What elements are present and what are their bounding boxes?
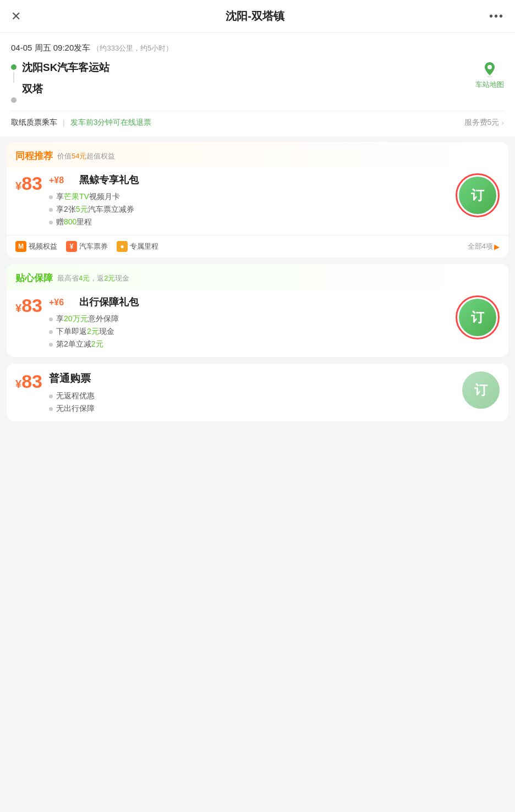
card3-body: ¥83 普通购票 无返程优惠 无出行保障 订 bbox=[7, 364, 508, 421]
card1-tag-ticket: ¥ 汽车票券 bbox=[66, 241, 108, 252]
card2-benefit-3: 第2单立减2元 bbox=[49, 339, 449, 349]
dest-dot bbox=[11, 97, 17, 103]
card3-middle: 普通购票 无返程优惠 无出行保障 bbox=[49, 371, 456, 414]
mango-icon: M bbox=[15, 241, 26, 252]
dest-station: 双塔 bbox=[22, 83, 109, 96]
card1-benefit-3: 赠800里程 bbox=[49, 217, 449, 227]
card1-sub: 价值54元超值权益 bbox=[57, 151, 115, 161]
ticket-icon: ¥ bbox=[66, 241, 77, 252]
card1-price: ¥83 bbox=[15, 173, 42, 194]
card2-middle: +¥6 出行保障礼包 享20万元意外保障 下单即返2元现金 第2单立减2元 bbox=[49, 295, 449, 349]
more-icon[interactable]: ••• bbox=[489, 10, 504, 23]
card1-order-button[interactable]: 订 bbox=[459, 177, 496, 214]
card1-middle: +¥8 黑鲸专享礼包 享芒果TV视频月卡 享2张5元汽车票立减券 赠800里程 bbox=[49, 173, 449, 227]
cards-area: 同程推荐 价值54元超值权益 ¥83 +¥8 黑鲸专享礼包 享芒果TV视频月卡 bbox=[0, 136, 515, 427]
mileage-icon: ● bbox=[117, 241, 128, 252]
card-plain: ¥83 普通购票 无返程优惠 无出行保障 订 bbox=[7, 364, 508, 421]
card2-sub: 最高省4元，返2元现金 bbox=[57, 273, 129, 283]
card1-benefit-1: 享芒果TV视频月卡 bbox=[49, 192, 449, 202]
card3-benefit-2: 无出行保障 bbox=[49, 404, 456, 414]
close-icon[interactable]: ✕ bbox=[11, 9, 21, 24]
card1-footer: M 视频权益 ¥ 汽车票券 ● 专属里程 全部4项 ▶ bbox=[7, 235, 508, 257]
trip-date: 04-05 周五 09:20发车 （约333公里，约5小时） bbox=[11, 43, 504, 53]
page-header: ✕ 沈阳-双塔镇 ••• bbox=[0, 0, 515, 33]
map-link[interactable]: 车站地图 bbox=[475, 61, 504, 90]
card2-title: 贴心保障 bbox=[15, 272, 53, 284]
card1-tag-video: M 视频权益 bbox=[15, 241, 57, 252]
card1-body: ¥83 +¥8 黑鲸专享礼包 享芒果TV视频月卡 享2张5元汽车票立减券 bbox=[7, 168, 508, 235]
card1-header: 同程推荐 价值54元超值权益 bbox=[7, 142, 508, 168]
card1-benefit-2: 享2张5元汽车票立减券 bbox=[49, 205, 449, 215]
card2-benefit-2: 下单即返2元现金 bbox=[49, 327, 449, 337]
card3-order-btn-wrap[interactable]: 订 bbox=[462, 371, 500, 409]
svg-point-1 bbox=[487, 65, 492, 69]
route-line bbox=[11, 61, 17, 103]
trip-info-section: 04-05 周五 09:20发车 （约333公里，约5小时） 沈阳SK汽车客运站… bbox=[0, 33, 515, 136]
card1-footer-all[interactable]: 全部4项 ▶ bbox=[468, 242, 500, 251]
card1-tag-mileage: ● 专属里程 bbox=[117, 241, 158, 252]
card2-body: ¥83 +¥6 出行保障礼包 享20万元意外保障 下单即返2元现金 第2 bbox=[7, 290, 508, 357]
card-care: 贴心保障 最高省4元，返2元现金 ¥83 +¥6 出行保障礼包 享20万元意外保… bbox=[7, 264, 508, 357]
origin-station: 沈阳SK汽车客运站 bbox=[22, 61, 109, 75]
card3-benefits: 无返程优惠 无出行保障 bbox=[49, 391, 456, 414]
card3-order-button[interactable]: 订 bbox=[462, 371, 500, 409]
card2-benefits: 享20万元意外保障 下单即返2元现金 第2单立减2元 bbox=[49, 314, 449, 349]
card2-header: 贴心保障 最高省4元，返2元现金 bbox=[7, 264, 508, 290]
card2-order-button[interactable]: 订 bbox=[459, 299, 496, 336]
trip-meta: 取纸质票乘车 | 发车前3分钟可在线退票 服务费5元 › bbox=[11, 111, 504, 136]
route-vert-line bbox=[13, 72, 14, 83]
svg-point-0 bbox=[487, 75, 492, 78]
card-tongcheng: 同程推荐 价值54元超值权益 ¥83 +¥8 黑鲸专享礼包 享芒果TV视频月卡 bbox=[7, 142, 508, 257]
card2-pkg-title: +¥6 出行保障礼包 bbox=[49, 295, 449, 309]
card3-pkg-title: 普通购票 bbox=[49, 371, 456, 386]
card2-order-btn-wrap[interactable]: 订 bbox=[456, 295, 500, 339]
page-title: 沈阳-双塔镇 bbox=[226, 9, 284, 24]
card3-price: ¥83 bbox=[15, 371, 42, 392]
card1-pkg-title: +¥8 黑鲸专享礼包 bbox=[49, 173, 449, 186]
card2-price: ¥83 bbox=[15, 295, 42, 316]
service-fee[interactable]: 服务费5元 › bbox=[464, 118, 504, 128]
route-section: 沈阳SK汽车客运站 双塔 车站地图 bbox=[11, 61, 504, 111]
card1-title: 同程推荐 bbox=[15, 150, 53, 162]
card1-benefits: 享芒果TV视频月卡 享2张5元汽车票立减券 赠800里程 bbox=[49, 192, 449, 227]
card2-benefit-1: 享20万元意外保障 bbox=[49, 314, 449, 324]
card1-order-btn-wrap[interactable]: 订 bbox=[456, 173, 500, 217]
origin-dot bbox=[11, 64, 17, 70]
card3-benefit-1: 无返程优惠 bbox=[49, 391, 456, 401]
route-stations: 沈阳SK汽车客运站 双塔 bbox=[22, 61, 109, 103]
